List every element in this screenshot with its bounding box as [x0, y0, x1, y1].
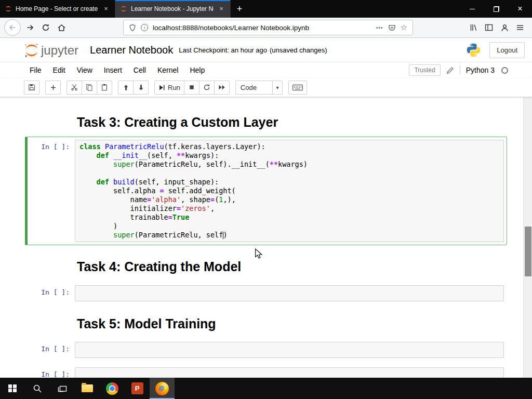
- url-text[interactable]: localhost:8888/notebooks/Learner Noteboo…: [153, 24, 309, 32]
- home-button[interactable]: [54, 20, 69, 35]
- menu-help[interactable]: Help: [184, 66, 210, 74]
- tracking-shield-icon: [129, 24, 136, 32]
- task-view-icon: [58, 384, 67, 393]
- markdown-heading-task5[interactable]: Task 5: Model Training: [77, 316, 532, 331]
- code-cell-task5[interactable]: In [ ]:: [25, 339, 507, 361]
- code-cell-task3[interactable]: In [ ]: class ParametricRelu(tf.keras.la…: [25, 137, 507, 245]
- library-icon[interactable]: [466, 20, 481, 35]
- menu-kernel[interactable]: Kernel: [152, 66, 184, 74]
- empty-code-input[interactable]: [75, 367, 504, 378]
- browser-navbar: i localhost:8888/notebooks/Learner Noteb…: [0, 18, 532, 38]
- cell-prompt: In [ ]:: [30, 342, 75, 358]
- paste-cell-button[interactable]: [97, 81, 112, 95]
- taskbar-search-button[interactable]: [25, 378, 50, 399]
- menu-cell[interactable]: Cell: [128, 66, 152, 74]
- stop-icon: [189, 84, 195, 90]
- file-explorer-button[interactable]: [75, 378, 100, 399]
- menu-hamburger-icon[interactable]: [512, 20, 528, 35]
- empty-code-input[interactable]: [75, 285, 504, 301]
- arrow-down-icon: [138, 84, 144, 91]
- windows-taskbar: P: [0, 378, 532, 399]
- bookmark-star-icon[interactable]: ☆: [401, 23, 407, 32]
- restart-kernel-button[interactable]: [199, 81, 215, 95]
- close-button[interactable]: ×: [508, 0, 532, 18]
- pocket-icon[interactable]: [388, 24, 396, 32]
- copy-icon: [86, 84, 93, 91]
- interrupt-kernel-button[interactable]: [184, 81, 200, 95]
- site-info-icon[interactable]: i: [141, 24, 148, 31]
- menu-view[interactable]: View: [71, 66, 98, 74]
- cell-prompt: In [ ]:: [30, 285, 75, 301]
- account-icon[interactable]: [497, 20, 512, 35]
- code-editor[interactable]: class ParametricRelu(tf.keras.layers.Lay…: [75, 140, 503, 242]
- menu-file[interactable]: File: [24, 66, 47, 74]
- markdown-heading-task3[interactable]: Task 3: Creating a Custom Layer: [77, 114, 532, 130]
- browser-tab-home[interactable]: Home Page - Select or create a ×: [0, 0, 115, 18]
- powerpoint-button[interactable]: P: [125, 378, 150, 399]
- copy-cell-button[interactable]: [82, 81, 97, 95]
- new-tab-button[interactable]: +: [231, 0, 248, 18]
- start-button[interactable]: [0, 378, 25, 399]
- run-label: Run: [168, 84, 180, 91]
- chrome-button[interactable]: [100, 378, 125, 399]
- url-bar[interactable]: i localhost:8888/notebooks/Learner Noteb…: [123, 20, 413, 35]
- empty-code-input[interactable]: [75, 342, 504, 358]
- restart-run-all-button[interactable]: [214, 81, 230, 95]
- jupyter-logo-icon[interactable]: [24, 43, 39, 58]
- menu-edit[interactable]: Edit: [47, 66, 71, 74]
- powerpoint-icon: P: [131, 382, 143, 394]
- scrollbar-thumb[interactable]: [525, 227, 531, 276]
- restore-button[interactable]: [484, 0, 508, 18]
- cell-type-value: Code: [236, 84, 272, 91]
- unsaved-changes-text: (unsaved changes): [270, 46, 327, 54]
- cell-prompt: In [ ]:: [30, 367, 75, 378]
- forward-button[interactable]: [22, 20, 38, 35]
- sidebar-icon[interactable]: [481, 20, 497, 35]
- chevron-down-icon: ▾: [272, 81, 282, 94]
- jupyter-logo-text[interactable]: jupyter: [41, 43, 78, 58]
- arrow-up-icon: [123, 84, 129, 91]
- minimize-icon: [470, 9, 475, 9]
- reload-button[interactable]: [38, 20, 54, 35]
- forward-icon: [26, 23, 34, 32]
- markdown-heading-task4[interactable]: Task 4: Creating the Model: [77, 259, 532, 274]
- code-cell-extra[interactable]: In [ ]:: [25, 364, 507, 378]
- code-cell-task4[interactable]: In [ ]:: [25, 282, 507, 304]
- windows-logo-icon: [8, 384, 17, 393]
- firefox-button[interactable]: [150, 378, 175, 399]
- folder-icon: [82, 384, 93, 392]
- scissors-icon: [71, 84, 78, 91]
- firefox-icon: [155, 382, 169, 395]
- add-cell-button[interactable]: [45, 81, 61, 95]
- move-cell-down-button[interactable]: [133, 81, 149, 95]
- minimize-button[interactable]: [460, 0, 484, 18]
- save-icon: [28, 84, 35, 91]
- tab-title: Home Page - Select or create a: [16, 5, 98, 12]
- run-cell-button[interactable]: Run: [154, 81, 184, 95]
- save-button[interactable]: [24, 81, 39, 95]
- home-icon: [57, 23, 66, 32]
- jupyter-favicon: [5, 5, 12, 12]
- move-cell-up-button[interactable]: [118, 81, 134, 95]
- kernel-name: Python 3: [466, 66, 495, 74]
- restore-icon: [494, 6, 499, 12]
- back-button[interactable]: [4, 19, 21, 36]
- page-scrollbar[interactable]: [523, 97, 532, 378]
- tab-close-icon[interactable]: ×: [102, 5, 110, 13]
- divider: [460, 65, 460, 75]
- command-palette-button[interactable]: [288, 81, 307, 95]
- reload-icon: [42, 23, 50, 32]
- cut-cell-button[interactable]: [66, 81, 82, 95]
- logout-button[interactable]: Logout: [489, 42, 525, 58]
- cell-prompt: In [ ]:: [30, 140, 75, 242]
- page-actions-icon[interactable]: •••: [376, 25, 383, 31]
- paste-icon: [101, 84, 108, 91]
- menu-insert[interactable]: Insert: [98, 66, 128, 74]
- task-view-button[interactable]: [50, 378, 75, 399]
- restart-icon: [203, 84, 210, 91]
- notebook-title[interactable]: Learner Notebook: [90, 44, 173, 56]
- tab-close-icon[interactable]: ×: [217, 5, 225, 13]
- run-icon: [158, 84, 165, 91]
- browser-tab-notebook[interactable]: Learner Notebook - Jupyter No ×: [115, 0, 231, 18]
- cell-type-select[interactable]: Code ▾: [235, 81, 283, 95]
